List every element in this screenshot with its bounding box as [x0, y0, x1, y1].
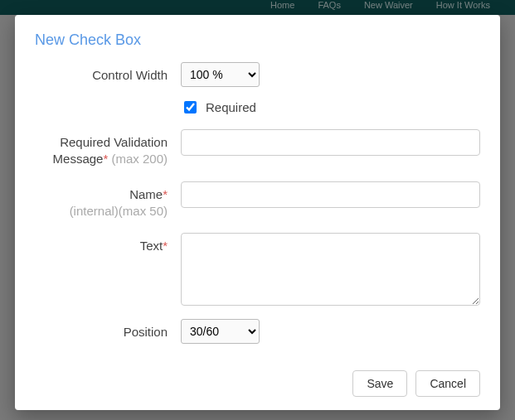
- new-check-box-modal: New Check Box Control Width 100 % Requir…: [15, 15, 500, 410]
- row-required-validation: Required Validation Message* (max 200): [35, 129, 480, 168]
- text-textarea[interactable]: [181, 233, 480, 306]
- cancel-button[interactable]: Cancel: [415, 370, 480, 397]
- row-name: Name* (internal)(max 50): [35, 181, 480, 220]
- modal-form: Control Width 100 % Required Required Va…: [35, 62, 480, 367]
- required-validation-input[interactable]: [181, 129, 480, 156]
- control-width-select[interactable]: 100 %: [181, 62, 260, 87]
- name-input[interactable]: [181, 181, 480, 208]
- modal-title: New Check Box: [35, 31, 480, 49]
- required-checkbox[interactable]: [184, 101, 197, 113]
- row-required: Required: [35, 95, 480, 116]
- row-position: Position 30/60: [35, 319, 480, 344]
- position-select[interactable]: 30/60: [181, 319, 260, 344]
- required-checkbox-label: Required: [206, 100, 256, 114]
- row-control-width: Control Width 100 %: [35, 62, 480, 87]
- row-text: Text*: [35, 233, 480, 306]
- label-required-validation: Required Validation Message* (max 200): [35, 129, 181, 168]
- required-checkbox-wrap[interactable]: Required: [181, 95, 256, 116]
- label-text: Text*: [35, 233, 181, 254]
- label-name: Name* (internal)(max 50): [35, 181, 181, 220]
- label-control-width: Control Width: [35, 62, 181, 84]
- label-position: Position: [35, 319, 181, 340]
- modal-footer: Save Cancel: [35, 370, 480, 397]
- save-button[interactable]: Save: [352, 370, 407, 397]
